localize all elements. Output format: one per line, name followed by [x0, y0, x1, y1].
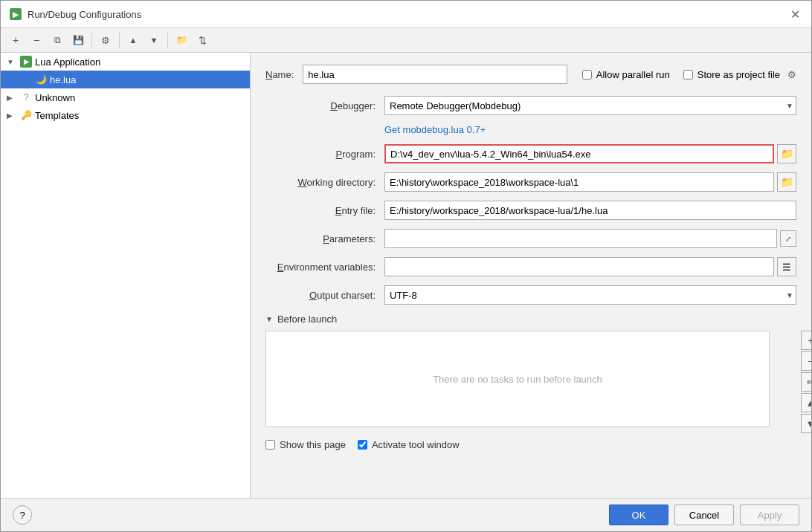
working-dir-folder-button[interactable]: 📁 [777, 172, 796, 192]
working-dir-label: Working directory: [265, 177, 384, 188]
before-launch-section: ▼ Before launch There are no tasks to ru… [265, 314, 796, 427]
activate-tool-label[interactable]: Activate tool window [358, 439, 460, 450]
entry-file-label: Entry file: [265, 205, 384, 216]
launch-remove-button[interactable]: − [801, 351, 811, 371]
he-lua-label: he.lua [50, 74, 76, 85]
cancel-button[interactable]: Cancel [674, 505, 734, 525]
add-config-button[interactable]: + [7, 31, 25, 49]
parallel-row: Allow parallel run Store as project file… [582, 69, 796, 80]
name-input[interactable] [303, 65, 567, 84]
content-area: ▼ ▶ Lua Application 🌙 he.lua ▶ ? Unknown… [1, 53, 811, 498]
program-label: Program: [265, 149, 384, 160]
env-vars-field: ☰ [384, 257, 796, 276]
before-launch-arrow[interactable]: ▼ [265, 315, 273, 323]
allow-parallel-label[interactable]: Allow parallel run [596, 69, 670, 80]
tree-he-lua[interactable]: 🌙 he.lua [1, 71, 250, 88]
toolbar-separator-2 [119, 33, 120, 48]
mobdebug-row: Get mobdebug.lua 0.7+ [265, 124, 796, 135]
store-as-project-label[interactable]: Store as project file [697, 69, 780, 80]
toolbar-separator-3 [167, 33, 168, 48]
launch-edit-button[interactable]: ✏ [801, 372, 811, 392]
before-launch-container: There are no tasks to run before launch … [265, 331, 796, 427]
parameters-extras: ⤢ [780, 230, 796, 247]
parameters-label: Parameters: [265, 233, 384, 244]
program-input[interactable] [384, 144, 774, 163]
charset-dropdown[interactable]: UTF-8 UTF-16 ISO-8859-1 GBK [384, 285, 796, 305]
move-up-button[interactable]: ▲ [124, 31, 142, 49]
open-folder-button[interactable]: 📁 [173, 31, 190, 49]
title-bar-left: ▶ Run/Debug Configurations [10, 8, 141, 20]
output-charset-field: UTF-8 UTF-16 ISO-8859-1 GBK ▼ [384, 285, 796, 305]
activate-tool-checkbox[interactable] [358, 440, 367, 450]
ok-button[interactable]: OK [609, 505, 668, 525]
config-tree: ▼ ▶ Lua Application 🌙 he.lua ▶ ? Unknown… [1, 53, 251, 498]
copy-config-button[interactable]: ⧉ [48, 31, 66, 49]
working-dir-row: Working directory: 📁 [265, 172, 796, 192]
before-launch-box: There are no tasks to run before launch [265, 331, 770, 427]
parameters-expand-button[interactable]: ⤢ [780, 230, 796, 247]
bottom-options: Show this page Activate tool window [265, 439, 796, 450]
unknown-icon: ? [20, 91, 32, 103]
unknown-arrow: ▶ [7, 94, 17, 102]
name-label: Name: [265, 69, 294, 80]
program-field: 📁 [384, 144, 796, 163]
env-vars-input[interactable] [384, 257, 774, 276]
dialog-title: Run/Debug Configurations [28, 9, 141, 20]
lua-app-label: Lua Application [35, 56, 100, 68]
show-page-checkbox[interactable] [265, 440, 275, 450]
launch-down-button[interactable]: ▼ [801, 414, 811, 433]
move-down-button[interactable]: ▼ [145, 31, 163, 49]
charset-dropdown-wrapper: UTF-8 UTF-16 ISO-8859-1 GBK ▼ [384, 285, 796, 305]
launch-add-button[interactable]: + [801, 331, 811, 350]
he-lua-icon: 🌙 [35, 74, 47, 85]
close-button[interactable]: ✕ [787, 7, 802, 22]
output-charset-label: Output charset: [265, 290, 384, 301]
unknown-label: Unknown [35, 92, 75, 103]
allow-parallel-checkbox[interactable] [582, 70, 592, 80]
entry-file-field [384, 201, 796, 220]
debugger-label: Debugger: [265, 100, 384, 111]
lua-app-icon: ▶ [20, 56, 32, 68]
debugger-field: Remote Debugger(Mobdebug) ▼ [384, 96, 796, 115]
dialog-icon: ▶ [10, 8, 22, 20]
tree-templates[interactable]: ▶ 🔑 Templates [1, 106, 250, 124]
toolbar-separator-1 [91, 33, 92, 48]
debugger-dropdown[interactable]: Remote Debugger(Mobdebug) [384, 96, 796, 115]
save-config-button[interactable]: 💾 [69, 31, 87, 49]
before-launch-title: Before launch [277, 314, 337, 325]
program-row: Program: 📁 [265, 144, 796, 163]
tree-unknown[interactable]: ▶ ? Unknown [1, 88, 250, 106]
toolbar: + − ⧉ 💾 ⚙ ▲ ▼ 📁 ⇅ [1, 28, 811, 53]
store-settings-icon[interactable]: ⚙ [787, 69, 796, 80]
debugger-dropdown-wrapper: Remote Debugger(Mobdebug) ▼ [384, 96, 796, 115]
footer-buttons: OK Cancel Apply [609, 505, 799, 525]
env-vars-row: Environment variables: ☰ [265, 257, 796, 276]
tree-lua-application[interactable]: ▼ ▶ Lua Application [1, 53, 250, 71]
env-vars-edit-button[interactable]: ☰ [777, 257, 796, 276]
name-row: Name: Allow parallel run Store as projec… [265, 65, 796, 84]
sort-button[interactable]: ⇅ [193, 31, 211, 49]
entry-file-row: Entry file: [265, 201, 796, 220]
output-charset-row: Output charset: UTF-8 UTF-16 ISO-8859-1 … [265, 285, 796, 305]
mobdebug-link[interactable]: Get mobdebug.lua 0.7+ [384, 124, 486, 135]
show-page-label[interactable]: Show this page [265, 439, 346, 450]
store-as-project-checkbox[interactable] [683, 70, 693, 80]
before-launch-header: ▼ Before launch [265, 314, 796, 325]
parameters-input[interactable] [384, 229, 777, 248]
templates-icon: 🔑 [20, 109, 32, 121]
settings-button[interactable]: ⚙ [97, 31, 115, 49]
working-dir-input[interactable] [384, 172, 774, 192]
entry-file-input[interactable] [384, 201, 796, 220]
help-button[interactable]: ? [13, 505, 32, 525]
program-folder-button[interactable]: 📁 [777, 144, 796, 163]
show-page-text: Show this page [280, 439, 346, 450]
launch-up-button[interactable]: ▲ [801, 393, 811, 412]
apply-button[interactable]: Apply [740, 505, 799, 525]
title-bar: ▶ Run/Debug Configurations ✕ [1, 1, 811, 28]
before-launch-empty-text: There are no tasks to run before launch [433, 374, 602, 385]
parameters-field: ⤢ [384, 229, 796, 248]
config-form: Name: Allow parallel run Store as projec… [251, 53, 811, 498]
remove-config-button[interactable]: − [28, 31, 45, 49]
activate-tool-text: Activate tool window [372, 439, 460, 450]
parameters-row: Parameters: ⤢ [265, 229, 796, 248]
